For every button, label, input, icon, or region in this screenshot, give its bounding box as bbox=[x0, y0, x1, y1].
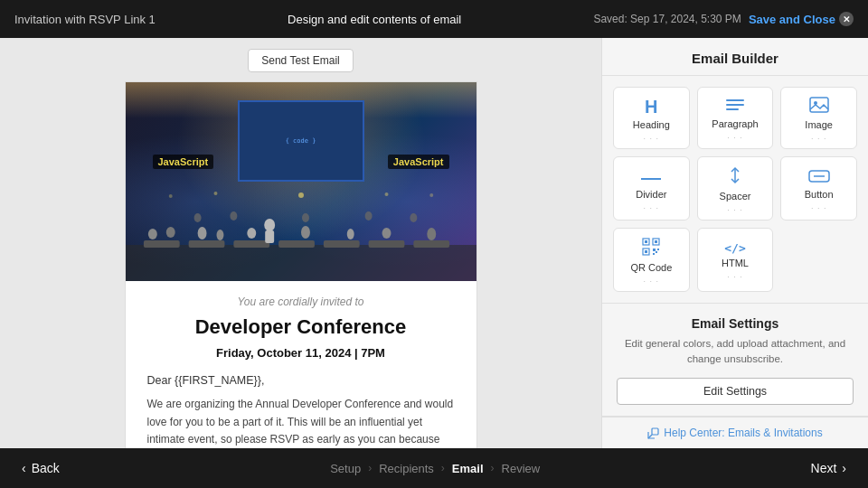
svg-point-10 bbox=[197, 227, 206, 239]
svg-point-27 bbox=[168, 194, 172, 198]
bottom-nav: ‹ Back Setup › Recipients › Email › Revi… bbox=[0, 448, 868, 488]
spacer-label: Spacer bbox=[720, 191, 751, 202]
svg-point-19 bbox=[193, 213, 201, 222]
sidebar-title: Email Builder bbox=[602, 38, 868, 76]
cordially-text: You are cordially invited to bbox=[147, 296, 455, 308]
component-spacer[interactable]: Spacer · · · bbox=[697, 156, 774, 221]
email-builder-sidebar: Email Builder H Heading · · · Paragraph … bbox=[601, 38, 868, 448]
svg-point-28 bbox=[429, 193, 433, 197]
paragraph-label: Paragraph bbox=[712, 118, 758, 129]
paragraph-dots: · · · bbox=[727, 133, 743, 142]
svg-rect-1 bbox=[143, 240, 179, 248]
email-dear: Dear {{FIRST_NAME}}, bbox=[147, 374, 455, 387]
svg-rect-0 bbox=[126, 245, 476, 281]
html-icon: </> bbox=[724, 242, 745, 254]
email-body: You are cordially invited to Developer C… bbox=[126, 281, 476, 448]
svg-rect-31 bbox=[726, 108, 739, 110]
svg-point-16 bbox=[427, 228, 436, 240]
paragraph-icon bbox=[726, 98, 744, 115]
svg-point-12 bbox=[247, 228, 256, 239]
nav-step-email[interactable]: Email bbox=[452, 462, 484, 475]
crowd-svg bbox=[126, 191, 476, 281]
save-and-close-button[interactable]: Save and Close ✕ bbox=[749, 12, 854, 26]
next-chevron-icon: › bbox=[842, 461, 846, 475]
svg-rect-29 bbox=[726, 99, 744, 101]
svg-point-23 bbox=[410, 213, 417, 222]
component-button[interactable]: Button · · · bbox=[780, 156, 857, 221]
help-link-label: Help Center: Emails & Invitations bbox=[664, 427, 822, 439]
svg-rect-6 bbox=[368, 240, 404, 248]
email-hero-image: { code } JavaScript JavaScript bbox=[126, 82, 476, 281]
help-link-section: Help Center: Emails & Invitations bbox=[602, 417, 868, 448]
invitation-title: Invitation with RSVP Link 1 bbox=[14, 13, 156, 26]
divider-label: Divider bbox=[636, 189, 666, 200]
spacer-icon bbox=[728, 166, 742, 187]
top-bar-right: Saved: Sep 17, 2024, 5:30 PM Save and Cl… bbox=[593, 12, 854, 26]
nav-step-review[interactable]: Review bbox=[502, 462, 541, 475]
svg-rect-4 bbox=[278, 240, 315, 248]
svg-rect-45 bbox=[657, 249, 659, 250]
svg-rect-39 bbox=[645, 240, 647, 243]
svg-rect-2 bbox=[188, 240, 224, 248]
component-qr-code[interactable]: QR Code · · · bbox=[613, 228, 690, 292]
button-label: Button bbox=[805, 189, 834, 200]
svg-point-11 bbox=[216, 230, 223, 240]
conference-screen: { code } bbox=[238, 100, 364, 182]
back-chevron-icon: ‹ bbox=[22, 461, 26, 475]
image-dots: · · · bbox=[811, 134, 827, 143]
component-heading[interactable]: H Heading · · · bbox=[613, 87, 690, 149]
svg-rect-30 bbox=[726, 104, 744, 106]
heading-dots: · · · bbox=[644, 134, 660, 143]
js-badge-right: JavaScript bbox=[388, 155, 449, 169]
heading-icon: H bbox=[645, 98, 657, 116]
nav-steps: Setup › Recipients › Email › Review bbox=[330, 462, 540, 475]
heading-label: Heading bbox=[633, 119, 670, 130]
html-label: HTML bbox=[722, 258, 749, 268]
email-settings-section: Email Settings Edit general colors, add … bbox=[602, 304, 868, 417]
svg-rect-47 bbox=[656, 251, 657, 253]
component-divider[interactable]: Divider · · · bbox=[613, 156, 690, 221]
svg-point-21 bbox=[301, 213, 308, 222]
svg-point-20 bbox=[230, 211, 237, 221]
help-center-link[interactable]: Help Center: Emails & Invitations bbox=[647, 427, 822, 439]
svg-rect-32 bbox=[810, 98, 828, 112]
nav-chevron-2: › bbox=[441, 462, 445, 474]
qr-code-label: QR Code bbox=[630, 262, 672, 273]
edit-settings-button[interactable]: Edit Settings bbox=[617, 378, 854, 405]
nav-step-setup[interactable]: Setup bbox=[330, 462, 361, 475]
page-subtitle: Design and edit contents of email bbox=[288, 13, 461, 26]
close-icon: ✕ bbox=[839, 12, 854, 26]
svg-rect-48 bbox=[652, 428, 658, 435]
conference-title: Developer Conference bbox=[147, 315, 455, 339]
svg-point-8 bbox=[147, 229, 156, 239]
svg-point-22 bbox=[364, 211, 372, 221]
svg-rect-5 bbox=[323, 240, 359, 248]
component-image[interactable]: Image · · · bbox=[780, 87, 857, 149]
send-test-email-button[interactable]: Send Test Email bbox=[248, 49, 354, 72]
svg-point-14 bbox=[346, 229, 354, 239]
nav-chevron-1: › bbox=[368, 462, 372, 474]
svg-rect-18 bbox=[265, 230, 274, 243]
svg-rect-7 bbox=[413, 240, 449, 248]
component-paragraph[interactable]: Paragraph · · · bbox=[697, 87, 774, 149]
back-button[interactable]: ‹ Back bbox=[22, 461, 60, 475]
next-button[interactable]: Next › bbox=[811, 461, 846, 475]
svg-rect-43 bbox=[645, 250, 647, 253]
image-label: Image bbox=[805, 119, 833, 130]
svg-point-9 bbox=[165, 227, 175, 238]
main-content: Send Test Email { code } JavaScript Java… bbox=[0, 38, 868, 448]
svg-point-13 bbox=[301, 226, 310, 239]
html-dots: · · · bbox=[727, 272, 743, 281]
component-html[interactable]: </> HTML · · · bbox=[697, 228, 774, 292]
svg-point-25 bbox=[213, 192, 217, 195]
saved-timestamp: Saved: Sep 17, 2024, 5:30 PM bbox=[593, 13, 741, 25]
svg-point-26 bbox=[384, 192, 388, 196]
button-icon bbox=[808, 169, 830, 185]
nav-step-recipients[interactable]: Recipients bbox=[379, 462, 434, 475]
button-dots: · · · bbox=[811, 203, 827, 212]
external-link-icon bbox=[647, 427, 659, 439]
qr-code-icon bbox=[642, 238, 660, 258]
js-badge-left: JavaScript bbox=[153, 155, 214, 169]
svg-point-17 bbox=[264, 219, 275, 231]
divider-dots: · · · bbox=[644, 203, 660, 212]
